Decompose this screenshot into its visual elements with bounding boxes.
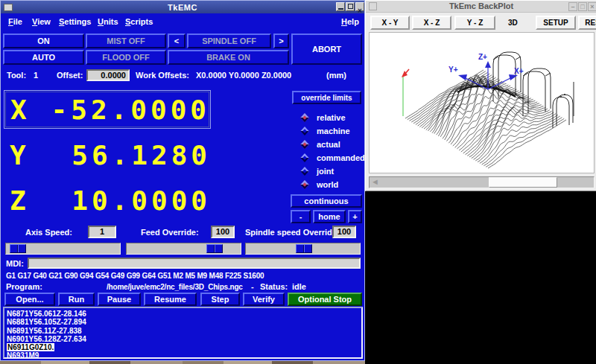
radio-diamond-icon xyxy=(300,140,308,148)
desktop-sliver xyxy=(0,361,365,364)
active-gcodes: G1 G17 G40 G21 G90 G94 G54 G49 G99 G64 G… xyxy=(6,272,264,280)
backplot-hscrollbar[interactable]: ◄ xyxy=(369,176,595,188)
override-limits-button[interactable]: override limits xyxy=(292,91,361,104)
toolpath-plot: Z+ Y+ X+ xyxy=(370,33,594,173)
view-xz-button[interactable]: X - Z xyxy=(412,16,451,30)
radio-actual[interactable]: actual xyxy=(296,139,364,151)
radio-commanded[interactable]: commanded xyxy=(296,153,364,165)
minimize-icon xyxy=(338,8,343,10)
radio-joint[interactable]: joint xyxy=(296,166,364,178)
backplot-canvas[interactable]: Z+ Y+ X+ xyxy=(369,32,595,173)
step-button[interactable]: Step xyxy=(200,293,240,306)
reset-button[interactable]: RESET xyxy=(578,16,596,30)
axis-speed-label: Axis Speed: xyxy=(25,228,72,237)
y-arrowhead-icon xyxy=(458,74,467,80)
jog-mode-button[interactable]: continuous xyxy=(291,194,362,208)
brake-button[interactable]: BRAKE ON xyxy=(168,50,289,65)
spindle-faster-button[interactable]: > xyxy=(273,33,289,48)
radio-relative[interactable]: relative xyxy=(296,112,364,124)
feed-override-value: 100 xyxy=(211,226,235,238)
jog-minus-button[interactable]: - xyxy=(291,210,311,223)
mist-button[interactable]: MIST OFF xyxy=(86,33,166,48)
dro-axis-z[interactable]: Z 10.0000 xyxy=(4,183,211,217)
scrollbar-thumb[interactable] xyxy=(489,177,557,188)
slider-thumb[interactable] xyxy=(296,244,312,253)
menu-view[interactable]: View xyxy=(32,17,51,26)
z-axis-label: Z+ xyxy=(478,53,487,61)
minimize-button[interactable] xyxy=(336,2,345,11)
run-button[interactable]: Run xyxy=(58,293,95,306)
setup-button[interactable]: SETUP xyxy=(536,16,576,30)
optional-stop-button[interactable]: Optional Stop xyxy=(288,293,362,306)
window-title: TkEMC xyxy=(1,3,364,12)
menu-scripts[interactable]: Scripts xyxy=(125,17,153,26)
listing-line: N6901Y56.128Z-27.634 xyxy=(7,335,359,343)
maximize-button[interactable] xyxy=(346,2,355,11)
slider-thumb[interactable] xyxy=(206,244,223,253)
y-axis-label: Y+ xyxy=(448,66,458,74)
spindle-override-value: 100 xyxy=(332,226,356,238)
window-title: TkEmc BackPlot xyxy=(366,1,596,10)
tool-value: 1 xyxy=(34,71,38,80)
listing-line-active: N6911G0Z10. xyxy=(7,343,359,351)
open-button[interactable]: Open... xyxy=(4,293,55,306)
flood-button[interactable]: FLOOD OFF xyxy=(86,50,166,65)
close-button[interactable]: × xyxy=(355,2,364,11)
work-offsets-value: X0.0000 Y0.0000 Z0.0000 xyxy=(196,71,291,80)
close-icon: × xyxy=(590,3,594,10)
dro-x-value: -52.0000 xyxy=(51,95,210,125)
verify-button[interactable]: Verify xyxy=(243,293,285,306)
menu-settings[interactable]: Settings xyxy=(59,17,91,26)
desktop: TkEMC × File View Settings Units Scripts… xyxy=(0,0,596,364)
mode-auto-button[interactable]: AUTO xyxy=(3,50,84,65)
pause-button[interactable]: Pause xyxy=(98,293,141,306)
view-3d-label[interactable]: 3D xyxy=(508,19,518,27)
work-offsets-label: Work Offsets: xyxy=(136,71,189,80)
dro-y-value: 56.1280 xyxy=(72,140,211,170)
view-yz-button[interactable]: Y - Z xyxy=(454,16,495,30)
axis-speed-slider[interactable] xyxy=(5,243,121,255)
resume-button[interactable]: Resume xyxy=(144,293,197,306)
close-button[interactable]: × xyxy=(588,2,596,11)
feed-override-slider[interactable] xyxy=(126,243,241,255)
radio-machine[interactable]: machine xyxy=(296,126,364,138)
dro-axis-x[interactable]: X -52.0000 xyxy=(4,90,211,129)
minimize-button[interactable]: – xyxy=(568,2,577,11)
tkemc-titlebar[interactable]: TkEMC × xyxy=(1,1,364,13)
abort-button[interactable]: ABORT xyxy=(291,33,362,65)
spindle-slower-button[interactable]: < xyxy=(168,33,186,48)
menu-units[interactable]: Units xyxy=(98,17,118,26)
tool-offset-entry[interactable]: 0.0000 xyxy=(86,69,130,81)
radio-world[interactable]: world xyxy=(296,179,364,191)
listing-line: N6931M9 xyxy=(7,351,359,360)
menu-file[interactable]: File xyxy=(8,17,22,26)
radio-diamond-icon xyxy=(300,167,308,175)
program-listing[interactable]: N6871Y56.061Z-28.146 N6881Y56.105Z-27.89… xyxy=(3,307,363,359)
maximize-button[interactable]: □ xyxy=(578,2,587,11)
jog-plus-button[interactable]: + xyxy=(348,210,362,223)
mdi-label: MDI: xyxy=(6,259,24,268)
slider-thumb[interactable] xyxy=(10,244,26,253)
radio-diamond-icon xyxy=(300,153,308,162)
spindle-override-label: Spindle speed Override: xyxy=(245,228,340,237)
spindle-override-slider[interactable] xyxy=(245,243,361,255)
mdi-input[interactable] xyxy=(28,258,361,269)
feed-override-label: Feed Override: xyxy=(141,228,199,237)
radio-diamond-icon xyxy=(300,113,308,121)
x-arrowhead-icon xyxy=(509,74,518,80)
home-button[interactable]: home xyxy=(313,210,346,223)
dro-z-letter: Z xyxy=(10,185,30,216)
backplot-window: TkEmc BackPlot – □ × X - Y X - Z Y - Z 3… xyxy=(365,0,596,191)
menu-help[interactable]: Help xyxy=(341,17,359,26)
scroll-left-arrow-icon[interactable]: ◄ xyxy=(370,177,381,188)
dro-axis-y[interactable]: Y 56.1280 xyxy=(4,138,211,172)
backplot-titlebar[interactable]: TkEmc BackPlot – □ × xyxy=(366,1,596,13)
spindle-button[interactable]: SPINDLE OFF xyxy=(187,33,271,48)
machine-on-button[interactable]: ON xyxy=(3,33,84,48)
units-label: (mm) xyxy=(326,71,346,80)
maximize-icon xyxy=(348,4,353,9)
program-separator: - xyxy=(251,282,254,291)
minimize-icon: – xyxy=(571,3,574,10)
view-xy-button[interactable]: X - Y xyxy=(370,16,410,30)
dro-z-value: 10.0000 xyxy=(72,185,211,216)
